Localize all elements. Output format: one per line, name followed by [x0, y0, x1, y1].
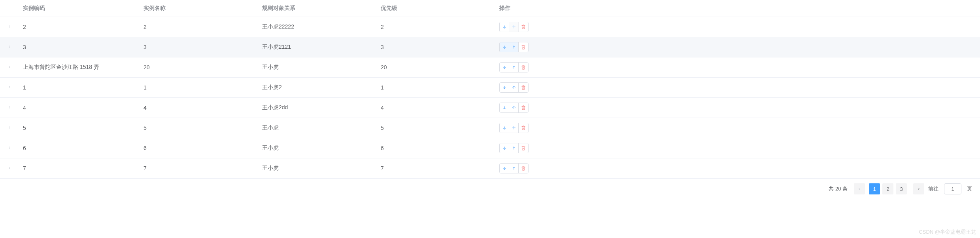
move-up-button[interactable]	[509, 164, 519, 173]
move-down-button[interactable]	[500, 63, 509, 72]
cell-priority: 6	[377, 138, 495, 158]
cell-action	[495, 37, 980, 57]
move-up-button	[509, 22, 519, 32]
cell-name: 6	[140, 138, 258, 158]
move-up-button[interactable]	[509, 143, 519, 153]
total-text: 共 20 条	[829, 185, 848, 192]
delete-button[interactable]	[519, 123, 528, 133]
action-button-group	[499, 82, 529, 93]
expand-cell[interactable]	[0, 17, 19, 37]
trash-icon	[521, 25, 526, 29]
table-row: 上海市普陀区金沙江路 1518 弄20王小虎20	[0, 57, 980, 78]
table-row: 22王小虎222222	[0, 17, 980, 37]
cell-name: 4	[140, 98, 258, 118]
cell-name: 7	[140, 158, 258, 179]
cell-action	[495, 158, 980, 179]
table-row: 11王小虎21	[0, 78, 980, 98]
page-button-2[interactable]: 2	[882, 183, 893, 194]
arrow-down-icon	[502, 25, 507, 29]
move-up-button[interactable]	[509, 83, 519, 92]
trash-icon	[521, 45, 526, 50]
page-button-1[interactable]: 1	[869, 183, 880, 194]
arrow-up-icon	[512, 166, 516, 171]
arrow-up-icon	[512, 126, 516, 130]
trash-icon	[521, 146, 526, 150]
move-up-button[interactable]	[509, 123, 519, 133]
cell-action	[495, 78, 980, 98]
goto-page-input[interactable]	[944, 183, 961, 194]
delete-button[interactable]	[519, 22, 528, 32]
arrow-down-icon	[502, 146, 507, 150]
expand-cell[interactable]	[0, 98, 19, 118]
move-down-button[interactable]	[500, 22, 509, 32]
arrow-up-icon	[512, 146, 516, 150]
arrow-down-icon	[502, 45, 507, 50]
pagination: 共 20 条 123 前往 页	[0, 179, 980, 199]
delete-button[interactable]	[519, 83, 528, 92]
arrow-down-icon	[502, 105, 507, 110]
arrow-up-icon	[512, 25, 516, 29]
header-code: 实例编码	[19, 0, 140, 17]
action-button-group	[499, 163, 529, 173]
expand-cell[interactable]	[0, 138, 19, 158]
trash-icon	[521, 65, 526, 70]
cell-priority: 5	[377, 118, 495, 138]
expand-cell[interactable]	[0, 118, 19, 138]
cell-action	[495, 57, 980, 78]
expand-cell[interactable]	[0, 37, 19, 57]
table-row: 55王小虎5	[0, 118, 980, 138]
cell-action	[495, 118, 980, 138]
action-button-group	[499, 62, 529, 72]
table-row: 77王小虎7	[0, 158, 980, 179]
cell-code: 5	[19, 118, 140, 138]
delete-button[interactable]	[519, 42, 528, 52]
arrow-down-icon	[502, 85, 507, 90]
expand-cell[interactable]	[0, 158, 19, 179]
chevron-right-icon	[7, 44, 12, 49]
move-down-button[interactable]	[500, 143, 509, 153]
chevron-right-icon	[7, 65, 12, 69]
chevron-left-icon	[857, 187, 862, 191]
delete-button[interactable]	[519, 63, 528, 72]
chevron-right-icon	[7, 85, 12, 89]
prev-page-button[interactable]	[854, 183, 865, 194]
arrow-up-icon	[512, 65, 516, 70]
move-up-button[interactable]	[509, 42, 519, 52]
cell-name: 2	[140, 17, 258, 37]
move-down-button[interactable]	[500, 83, 509, 92]
action-button-group	[499, 103, 529, 113]
cell-priority: 1	[377, 78, 495, 98]
move-down-button[interactable]	[500, 42, 509, 52]
arrow-up-icon	[512, 45, 516, 50]
move-down-button[interactable]	[500, 164, 509, 173]
chevron-right-icon	[7, 145, 12, 150]
move-down-button[interactable]	[500, 123, 509, 133]
cell-relation: 王小虎	[258, 158, 377, 179]
move-up-button[interactable]	[509, 103, 519, 112]
action-button-group	[499, 22, 529, 32]
table-row: 44王小虎2dd4	[0, 98, 980, 118]
delete-button[interactable]	[519, 164, 528, 173]
page-button-3[interactable]: 3	[896, 183, 907, 194]
move-down-button[interactable]	[500, 103, 509, 112]
expand-cell[interactable]	[0, 57, 19, 78]
expand-cell[interactable]	[0, 78, 19, 98]
cell-relation: 王小虎	[258, 118, 377, 138]
goto-label: 前往	[928, 185, 938, 192]
delete-button[interactable]	[519, 143, 528, 153]
cell-code: 3	[19, 37, 140, 57]
delete-button[interactable]	[519, 103, 528, 112]
table-row: 33王小虎21213	[0, 37, 980, 57]
cell-relation: 王小虎22222	[258, 17, 377, 37]
cell-relation: 王小虎	[258, 138, 377, 158]
move-up-button[interactable]	[509, 63, 519, 72]
cell-relation: 王小虎2	[258, 78, 377, 98]
trash-icon	[521, 126, 526, 130]
next-page-button[interactable]	[913, 183, 924, 194]
header-relation: 规则对象关系	[258, 0, 377, 17]
cell-code: 6	[19, 138, 140, 158]
header-priority: 优先级	[377, 0, 495, 17]
cell-action	[495, 138, 980, 158]
chevron-right-icon	[7, 105, 12, 110]
data-table: 实例编码 实例名称 规则对象关系 优先级 操作 22王小虎22222233王小虎…	[0, 0, 980, 179]
